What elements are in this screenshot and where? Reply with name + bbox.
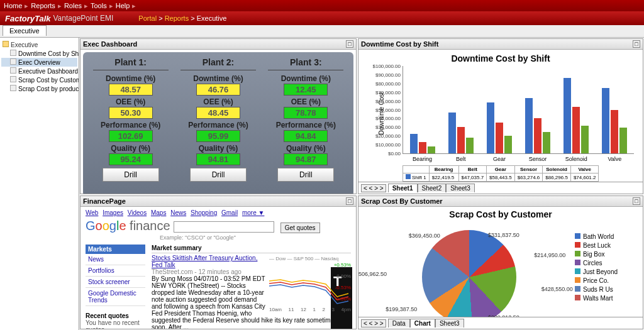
maximize-icon[interactable]: □ [346,40,353,48]
metric-label: Quality (%) [93,144,169,153]
bar [410,134,418,153]
finance-sidebar: Markets NewsPortfoliosStock screenerGoog… [86,245,145,329]
report-icon [10,67,16,74]
sheet-tab[interactable]: Sheet2 [418,184,447,192]
bar-group: Bearing [403,66,441,153]
menu-item[interactable]: Help [116,2,130,9]
metric-label: Downtime (%) [93,74,169,83]
sheet-nav[interactable]: < < > > [361,319,386,327]
bar [466,138,474,153]
slice-label: $506,962.50 [358,271,387,277]
bar [619,128,627,153]
top-link[interactable]: Videos [128,209,147,216]
metric-label: Performance (%) [268,121,343,129]
panel-exec-dashboard: Exec Dashboard□ Plant 1: Downtime (%) 48… [80,38,357,194]
category-label: Gear [480,156,518,162]
tree-item[interactable]: Executive Dashboard [1,67,77,75]
metric-value: 94.87 [284,153,328,165]
metric-value: 95.24 [109,153,153,165]
bar [611,110,618,153]
legend-item: Bath World [575,233,638,240]
report-icon [10,50,16,56]
category-label: Solenoid [557,156,596,162]
metric-value: 50.30 [109,107,153,119]
top-link[interactable]: Web [86,209,98,216]
tree-item[interactable]: Scrap Cost by Customer [1,75,77,84]
bar [525,98,533,153]
bar [572,107,580,153]
chart-data-table: BearingBeltGearSensorSolenoidValveShift … [402,165,599,182]
bar-group: Sensor [519,66,557,153]
bar-group: Belt [441,66,480,153]
metric-value: 48.57 [109,84,153,96]
top-link[interactable]: News [170,209,186,216]
market-summary-header: Market summary [152,245,351,253]
sheet-tab[interactable]: Sheet3 [446,184,475,192]
sidebar-header: Markets [86,245,145,254]
top-link[interactable]: Shopping [191,209,217,216]
headline-link[interactable]: Stocks Skittish After Treasury Auction, … [152,255,257,268]
top-link[interactable]: Maps [151,209,166,216]
sheet-tab[interactable]: Sheet3 [435,319,464,327]
sidebar-item[interactable]: Portfolios [86,265,145,277]
metric-label: Downtime (%) [268,74,343,83]
folder-icon [3,41,9,47]
top-link[interactable]: more ▼ [242,209,264,216]
maximize-icon[interactable]: □ [346,197,353,205]
bar-group: Solenoid [557,66,596,153]
plant-column: Plant 1: Downtime (%) 48.57OEE (%) 50.30… [93,57,169,191]
metric-label: Performance (%) [180,121,256,129]
metric-label: Downtime (%) [180,74,256,83]
report-icon [10,76,16,82]
plant-name: Plant 1: [93,57,169,70]
sidebar-item[interactable]: News [86,254,145,265]
sheet-tabs: < < > > Sheet1 Sheet2 Sheet3 [358,182,643,194]
menu-item[interactable]: Home [4,2,22,9]
sidebar-item[interactable]: Stock screener [86,277,145,288]
google-finance-logo: Google finance Get quotes [86,219,351,233]
bar [504,136,512,153]
slice-label: $369,450.00 [409,233,440,239]
top-menu-bar: Home▸ Reports▸ Roles▸ Tools▸ Help▸ [0,0,644,11]
tree-root[interactable]: Executive [1,40,77,49]
panel-scrap-cost: Scrap Cost By Customer□ Scrap Cost by Cu… [358,195,643,329]
menu-item[interactable]: Reports [31,2,55,9]
tab-executive[interactable]: Executive [3,25,47,36]
sheet-tab[interactable]: Chart [410,319,435,327]
bar [564,78,571,153]
tree-item[interactable]: Scrap Cost by product [1,84,77,93]
sheet-nav[interactable]: < < > > [361,184,386,192]
drill-button[interactable]: Drill [277,168,334,182]
panel-title: Scrap Cost By Customer [361,197,443,205]
sheet-tab[interactable]: Sheet1 [388,184,418,192]
metric-value: 102.69 [109,130,153,142]
menu-item[interactable]: Tools [91,2,107,9]
bar [602,88,609,153]
plant-column: Plant 2: Downtime (%) 46.76OEE (%) 48.45… [180,57,256,191]
maximize-icon[interactable]: □ [633,40,640,48]
bar-group: Valve [596,66,634,153]
nav-tree: Executive Downtime Cost by ShiftExec Ove… [0,38,79,330]
metric-value: 94.81 [196,153,240,165]
sheet-tab[interactable]: Data [388,319,410,327]
maximize-icon[interactable]: □ [633,197,640,205]
plant-column: Plant 3: Downtime (%) 12.45OEE (%) 78.78… [268,57,343,191]
menu-item[interactable]: Roles [64,2,82,9]
metric-value: 94.84 [284,130,328,142]
metric-label: Quality (%) [180,144,256,153]
legend-item: Best Luck [575,242,638,249]
sidebar-item[interactable]: Google Domestic Trends [86,288,145,306]
metric-label: OEE (%) [93,97,169,106]
top-link[interactable]: Images [103,209,123,216]
drill-button[interactable]: Drill [190,168,247,182]
story-source: TheStreet.com - 12 minutes ago [152,268,242,275]
top-link[interactable]: Gmail [221,209,238,216]
metric-value: 12.45 [284,84,328,96]
drill-button[interactable]: Drill [103,168,159,182]
quote-search-input[interactable] [174,221,274,233]
tree-item[interactable]: Downtime Cost by Shift [1,49,77,58]
get-quotes-button[interactable]: Get quotes [280,223,320,233]
bar [419,142,426,153]
tree-item[interactable]: Exec Overview [1,58,77,67]
slice-label: $331,837.50 [488,232,519,238]
